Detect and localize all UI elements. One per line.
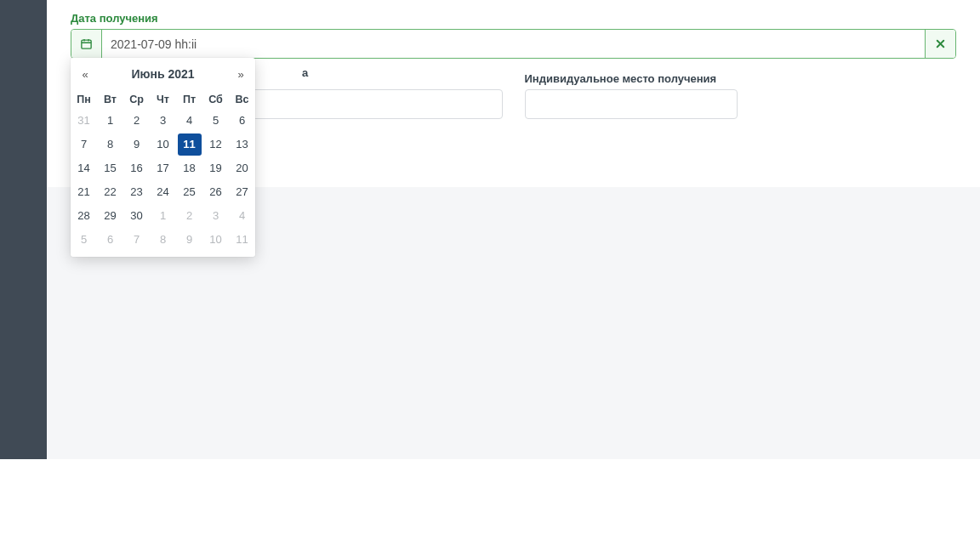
datepicker-day[interactable]: 20 <box>231 157 254 179</box>
datepicker-week-row: 567891011 <box>71 228 255 252</box>
datepicker-day[interactable]: 24 <box>151 181 175 203</box>
datepicker-day[interactable]: 6 <box>231 110 254 132</box>
datepicker-day[interactable]: 13 <box>231 133 254 156</box>
datepicker-day[interactable]: 17 <box>151 157 175 179</box>
date-received-input-group <box>71 29 956 59</box>
datepicker-grid: Пн Вт Ср Чт Пт Сб Вс 3112345678910111213… <box>71 90 255 252</box>
datepicker-day[interactable]: 28 <box>72 205 96 227</box>
date-received-input[interactable] <box>102 30 925 58</box>
datepicker-day[interactable]: 21 <box>72 181 96 203</box>
datepicker-week-row: 14151617181920 <box>71 156 255 180</box>
datepicker-day[interactable]: 8 <box>99 133 122 156</box>
datepicker-day[interactable]: 14 <box>72 157 96 179</box>
datepicker-day[interactable]: 10 <box>151 133 175 156</box>
weekday-tue: Вт <box>97 90 123 109</box>
weekday-sat: Сб <box>202 90 229 109</box>
weekday-thu: Чт <box>150 90 176 109</box>
datepicker-week-row: 2829301234 <box>71 204 255 228</box>
datepicker-day[interactable]: 5 <box>72 229 96 251</box>
datepicker-day[interactable]: 11 <box>231 229 254 251</box>
svg-rect-0 <box>82 40 91 48</box>
datepicker-day[interactable]: 8 <box>151 229 175 251</box>
datepicker-day[interactable]: 15 <box>99 157 122 179</box>
weekday-sun: Вс <box>229 90 255 109</box>
form-area: Дата получения x a <box>47 0 980 187</box>
datepicker-day[interactable]: 16 <box>125 157 149 179</box>
datepicker-day[interactable]: 23 <box>125 181 149 203</box>
datepicker-day[interactable]: 1 <box>99 110 122 132</box>
datepicker-header: « Июнь 2021 » <box>71 58 255 90</box>
form-col-right: Индивидуальное место получения <box>525 72 957 119</box>
weekday-wed: Ср <box>123 90 150 109</box>
datepicker-day[interactable]: 27 <box>231 181 254 203</box>
datepicker-day[interactable]: 31 <box>72 110 96 132</box>
individual-place-label: Индивидуальное место получения <box>525 72 957 85</box>
datepicker-day[interactable]: 7 <box>125 229 149 251</box>
weekday-fri: Пт <box>176 90 202 109</box>
datepicker-day[interactable]: 6 <box>99 229 122 251</box>
left-label-tail: a <box>302 66 308 79</box>
clear-date-button[interactable] <box>925 30 955 58</box>
individual-place-input[interactable] <box>525 89 738 119</box>
datepicker-weekday-row: Пн Вт Ср Чт Пт Сб Вс <box>71 90 255 109</box>
datepicker-day[interactable]: 9 <box>125 133 149 156</box>
date-received-label: Дата получения <box>71 12 956 25</box>
datepicker-day[interactable]: 29 <box>99 205 122 227</box>
datepicker-day[interactable]: 2 <box>125 110 149 132</box>
datepicker-day[interactable]: 22 <box>99 181 122 203</box>
datepicker-prev-button[interactable]: « <box>72 61 98 87</box>
datepicker-day[interactable]: 2 <box>178 205 202 227</box>
datepicker-day[interactable]: 30 <box>125 205 149 227</box>
close-icon <box>934 37 947 50</box>
datepicker-day[interactable]: 3 <box>151 110 175 132</box>
datepicker-day[interactable]: 1 <box>151 205 175 227</box>
datepicker-popup: « Июнь 2021 » Пн Вт Ср Чт Пт Сб Вс 311 <box>71 58 255 257</box>
weekday-mon: Пн <box>71 90 97 109</box>
calendar-icon-button[interactable] <box>71 30 102 58</box>
datepicker-day[interactable]: 10 <box>204 229 228 251</box>
datepicker-week-row: 78910111213 <box>71 133 255 156</box>
datepicker-day[interactable]: 3 <box>204 205 228 227</box>
main-content: Дата получения x a <box>47 0 980 459</box>
datepicker-next-button[interactable]: » <box>228 61 254 87</box>
datepicker-day[interactable]: 4 <box>178 110 202 132</box>
datepicker-week-row: 21222324252627 <box>71 180 255 204</box>
datepicker-day[interactable]: 4 <box>231 205 254 227</box>
datepicker-month-year[interactable]: Июнь 2021 <box>98 67 228 81</box>
sidebar <box>0 0 47 459</box>
datepicker-day[interactable]: 11 <box>178 133 202 156</box>
datepicker-day[interactable]: 26 <box>204 181 228 203</box>
datepicker-day[interactable]: 5 <box>204 110 228 132</box>
datepicker-week-row: 31123456 <box>71 109 255 133</box>
datepicker-day[interactable]: 25 <box>178 181 202 203</box>
datepicker-day[interactable]: 7 <box>72 133 96 156</box>
datepicker-day[interactable]: 19 <box>204 157 228 179</box>
datepicker-day[interactable]: 18 <box>178 157 202 179</box>
calendar-icon <box>80 37 93 50</box>
datepicker-day[interactable]: 12 <box>204 133 228 156</box>
datepicker-day[interactable]: 9 <box>178 229 202 251</box>
